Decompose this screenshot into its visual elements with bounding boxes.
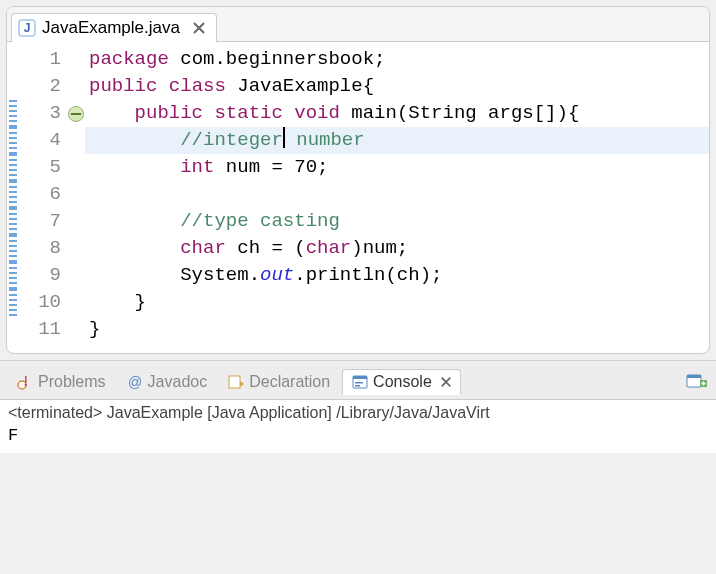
view-tab-declaration[interactable]: Declaration	[219, 370, 338, 394]
console-icon	[351, 373, 369, 391]
code-line[interactable]: //integer number	[85, 127, 709, 154]
svg-rect-9	[355, 382, 363, 384]
java-file-icon: J	[18, 19, 36, 37]
editor-pane: J JavaExample.java 1234567891011 package…	[6, 6, 710, 354]
view-tab-problems[interactable]: Problems	[8, 370, 114, 394]
declaration-icon	[227, 373, 245, 391]
code-line[interactable]: public class JavaExample{	[85, 73, 709, 100]
line-number: 2	[19, 73, 63, 100]
code-line[interactable]: }	[85, 316, 709, 343]
svg-rect-10	[355, 385, 360, 387]
marker-ruler	[7, 46, 19, 343]
views-tab-bar: Problems@JavadocDeclarationConsole	[0, 360, 716, 399]
view-tab-label: Console	[373, 373, 432, 391]
editor-tab[interactable]: J JavaExample.java	[11, 13, 217, 42]
code-line[interactable]: char ch = (char)num;	[85, 235, 709, 262]
line-number: 10	[19, 289, 63, 316]
svg-rect-12	[687, 375, 701, 378]
code-line[interactable]: public static void main(String args[]){	[85, 100, 709, 127]
editor-tab-bar: J JavaExample.java	[7, 7, 709, 42]
svg-rect-8	[353, 376, 367, 379]
editor-tab-label: JavaExample.java	[42, 18, 180, 38]
javadoc-icon: @	[126, 373, 144, 391]
line-number: 1	[19, 46, 63, 73]
code-content[interactable]: package com.beginnersbook;public class J…	[85, 46, 709, 343]
svg-text:@: @	[127, 374, 141, 390]
fold-ruler	[67, 46, 85, 343]
view-tab-javadoc[interactable]: @Javadoc	[118, 370, 216, 394]
line-number: 8	[19, 235, 63, 262]
line-number: 7	[19, 208, 63, 235]
line-number-gutter: 1234567891011	[19, 46, 67, 343]
line-number: 3	[19, 100, 63, 127]
svg-rect-3	[25, 376, 27, 383]
svg-text:J: J	[24, 21, 31, 35]
code-line[interactable]: }	[85, 289, 709, 316]
code-line[interactable]	[85, 181, 709, 208]
open-console-toolbar-button[interactable]	[686, 372, 708, 392]
code-editor[interactable]: 1234567891011 package com.beginnersbook;…	[7, 42, 709, 353]
console-process-label: <terminated> JavaExample [Java Applicati…	[8, 404, 708, 424]
close-icon[interactable]	[440, 376, 452, 388]
line-number: 6	[19, 181, 63, 208]
code-line[interactable]: package com.beginnersbook;	[85, 46, 709, 73]
code-line[interactable]: System.out.println(ch);	[85, 262, 709, 289]
svg-point-4	[25, 384, 27, 386]
view-tab-console[interactable]: Console	[342, 369, 461, 395]
line-number: 4	[19, 127, 63, 154]
code-line[interactable]: //type casting	[85, 208, 709, 235]
code-line[interactable]: int num = 70;	[85, 154, 709, 181]
console-output[interactable]: F	[8, 424, 708, 445]
console-view: <terminated> JavaExample [Java Applicati…	[0, 399, 716, 453]
line-number: 9	[19, 262, 63, 289]
line-number: 5	[19, 154, 63, 181]
fold-toggle-icon[interactable]	[68, 106, 84, 122]
view-tab-label: Problems	[38, 373, 106, 391]
view-tab-label: Declaration	[249, 373, 330, 391]
line-number: 11	[19, 316, 63, 343]
svg-rect-6	[229, 376, 240, 388]
view-tab-label: Javadoc	[148, 373, 208, 391]
problems-icon	[16, 373, 34, 391]
close-icon[interactable]	[192, 21, 206, 35]
